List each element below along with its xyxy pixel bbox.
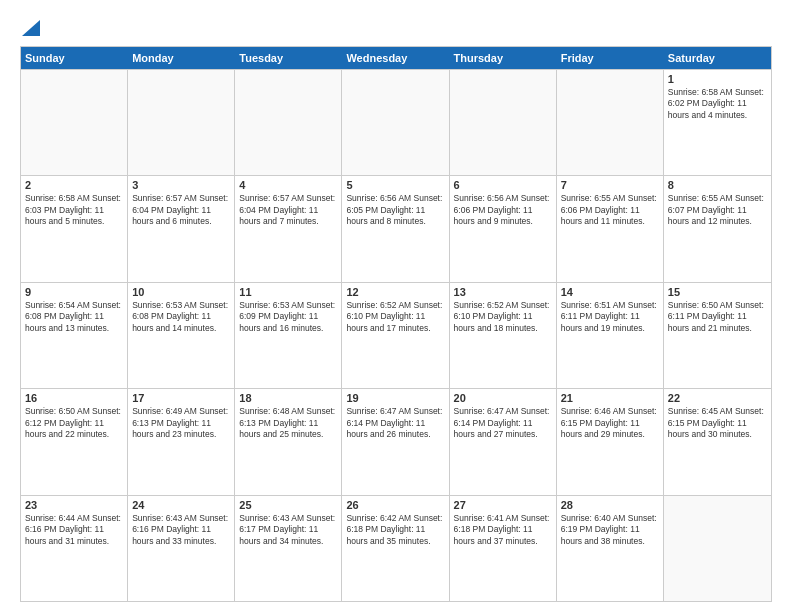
day-cell-22: 22Sunrise: 6:45 AM Sunset: 6:15 PM Dayli… (664, 389, 771, 494)
day-number: 1 (668, 73, 767, 85)
day-number: 3 (132, 179, 230, 191)
empty-cell (557, 70, 664, 175)
day-cell-5: 5Sunrise: 6:56 AM Sunset: 6:05 PM Daylig… (342, 176, 449, 281)
day-number: 24 (132, 499, 230, 511)
day-info: Sunrise: 6:44 AM Sunset: 6:16 PM Dayligh… (25, 513, 123, 547)
day-number: 21 (561, 392, 659, 404)
day-info: Sunrise: 6:46 AM Sunset: 6:15 PM Dayligh… (561, 406, 659, 440)
day-info: Sunrise: 6:42 AM Sunset: 6:18 PM Dayligh… (346, 513, 444, 547)
day-cell-17: 17Sunrise: 6:49 AM Sunset: 6:13 PM Dayli… (128, 389, 235, 494)
day-cell-24: 24Sunrise: 6:43 AM Sunset: 6:16 PM Dayli… (128, 496, 235, 601)
page: SundayMondayTuesdayWednesdayThursdayFrid… (0, 0, 792, 612)
header-day-sunday: Sunday (21, 47, 128, 69)
day-cell-1: 1Sunrise: 6:58 AM Sunset: 6:02 PM Daylig… (664, 70, 771, 175)
day-info: Sunrise: 6:53 AM Sunset: 6:08 PM Dayligh… (132, 300, 230, 334)
day-cell-23: 23Sunrise: 6:44 AM Sunset: 6:16 PM Dayli… (21, 496, 128, 601)
day-info: Sunrise: 6:41 AM Sunset: 6:18 PM Dayligh… (454, 513, 552, 547)
day-number: 6 (454, 179, 552, 191)
day-number: 25 (239, 499, 337, 511)
day-info: Sunrise: 6:49 AM Sunset: 6:13 PM Dayligh… (132, 406, 230, 440)
day-number: 18 (239, 392, 337, 404)
day-info: Sunrise: 6:57 AM Sunset: 6:04 PM Dayligh… (132, 193, 230, 227)
day-info: Sunrise: 6:52 AM Sunset: 6:10 PM Dayligh… (454, 300, 552, 334)
day-number: 28 (561, 499, 659, 511)
day-info: Sunrise: 6:47 AM Sunset: 6:14 PM Dayligh… (454, 406, 552, 440)
day-number: 20 (454, 392, 552, 404)
day-cell-2: 2Sunrise: 6:58 AM Sunset: 6:03 PM Daylig… (21, 176, 128, 281)
day-cell-11: 11Sunrise: 6:53 AM Sunset: 6:09 PM Dayli… (235, 283, 342, 388)
day-number: 8 (668, 179, 767, 191)
day-number: 4 (239, 179, 337, 191)
header-day-monday: Monday (128, 47, 235, 69)
day-info: Sunrise: 6:43 AM Sunset: 6:17 PM Dayligh… (239, 513, 337, 547)
day-info: Sunrise: 6:51 AM Sunset: 6:11 PM Dayligh… (561, 300, 659, 334)
day-cell-18: 18Sunrise: 6:48 AM Sunset: 6:13 PM Dayli… (235, 389, 342, 494)
day-info: Sunrise: 6:52 AM Sunset: 6:10 PM Dayligh… (346, 300, 444, 334)
day-info: Sunrise: 6:58 AM Sunset: 6:02 PM Dayligh… (668, 87, 767, 121)
svg-marker-0 (22, 20, 40, 36)
day-number: 5 (346, 179, 444, 191)
day-cell-19: 19Sunrise: 6:47 AM Sunset: 6:14 PM Dayli… (342, 389, 449, 494)
day-number: 12 (346, 286, 444, 298)
day-cell-13: 13Sunrise: 6:52 AM Sunset: 6:10 PM Dayli… (450, 283, 557, 388)
empty-cell (664, 496, 771, 601)
calendar-row: 1Sunrise: 6:58 AM Sunset: 6:02 PM Daylig… (21, 69, 771, 175)
empty-cell (235, 70, 342, 175)
day-cell-9: 9Sunrise: 6:54 AM Sunset: 6:08 PM Daylig… (21, 283, 128, 388)
day-number: 2 (25, 179, 123, 191)
day-info: Sunrise: 6:58 AM Sunset: 6:03 PM Dayligh… (25, 193, 123, 227)
day-number: 14 (561, 286, 659, 298)
day-cell-21: 21Sunrise: 6:46 AM Sunset: 6:15 PM Dayli… (557, 389, 664, 494)
header-day-saturday: Saturday (664, 47, 771, 69)
empty-cell (450, 70, 557, 175)
day-info: Sunrise: 6:56 AM Sunset: 6:06 PM Dayligh… (454, 193, 552, 227)
day-cell-20: 20Sunrise: 6:47 AM Sunset: 6:14 PM Dayli… (450, 389, 557, 494)
header (20, 18, 772, 36)
calendar-header: SundayMondayTuesdayWednesdayThursdayFrid… (21, 47, 771, 69)
day-number: 9 (25, 286, 123, 298)
calendar: SundayMondayTuesdayWednesdayThursdayFrid… (20, 46, 772, 602)
empty-cell (128, 70, 235, 175)
day-cell-15: 15Sunrise: 6:50 AM Sunset: 6:11 PM Dayli… (664, 283, 771, 388)
day-number: 17 (132, 392, 230, 404)
calendar-body: 1Sunrise: 6:58 AM Sunset: 6:02 PM Daylig… (21, 69, 771, 601)
day-info: Sunrise: 6:50 AM Sunset: 6:12 PM Dayligh… (25, 406, 123, 440)
logo-triangle-icon (22, 20, 40, 36)
day-info: Sunrise: 6:54 AM Sunset: 6:08 PM Dayligh… (25, 300, 123, 334)
day-cell-16: 16Sunrise: 6:50 AM Sunset: 6:12 PM Dayli… (21, 389, 128, 494)
day-number: 15 (668, 286, 767, 298)
header-day-friday: Friday (557, 47, 664, 69)
calendar-row: 23Sunrise: 6:44 AM Sunset: 6:16 PM Dayli… (21, 495, 771, 601)
day-number: 23 (25, 499, 123, 511)
day-cell-14: 14Sunrise: 6:51 AM Sunset: 6:11 PM Dayli… (557, 283, 664, 388)
header-day-wednesday: Wednesday (342, 47, 449, 69)
header-day-thursday: Thursday (450, 47, 557, 69)
day-cell-7: 7Sunrise: 6:55 AM Sunset: 6:06 PM Daylig… (557, 176, 664, 281)
day-info: Sunrise: 6:50 AM Sunset: 6:11 PM Dayligh… (668, 300, 767, 334)
day-number: 10 (132, 286, 230, 298)
day-number: 19 (346, 392, 444, 404)
day-info: Sunrise: 6:53 AM Sunset: 6:09 PM Dayligh… (239, 300, 337, 334)
day-cell-28: 28Sunrise: 6:40 AM Sunset: 6:19 PM Dayli… (557, 496, 664, 601)
day-number: 16 (25, 392, 123, 404)
day-info: Sunrise: 6:56 AM Sunset: 6:05 PM Dayligh… (346, 193, 444, 227)
day-number: 22 (668, 392, 767, 404)
empty-cell (342, 70, 449, 175)
calendar-row: 16Sunrise: 6:50 AM Sunset: 6:12 PM Dayli… (21, 388, 771, 494)
day-cell-6: 6Sunrise: 6:56 AM Sunset: 6:06 PM Daylig… (450, 176, 557, 281)
day-cell-8: 8Sunrise: 6:55 AM Sunset: 6:07 PM Daylig… (664, 176, 771, 281)
day-info: Sunrise: 6:55 AM Sunset: 6:07 PM Dayligh… (668, 193, 767, 227)
day-number: 27 (454, 499, 552, 511)
day-cell-10: 10Sunrise: 6:53 AM Sunset: 6:08 PM Dayli… (128, 283, 235, 388)
logo (20, 18, 40, 36)
day-number: 13 (454, 286, 552, 298)
header-day-tuesday: Tuesday (235, 47, 342, 69)
calendar-row: 9Sunrise: 6:54 AM Sunset: 6:08 PM Daylig… (21, 282, 771, 388)
day-info: Sunrise: 6:43 AM Sunset: 6:16 PM Dayligh… (132, 513, 230, 547)
calendar-row: 2Sunrise: 6:58 AM Sunset: 6:03 PM Daylig… (21, 175, 771, 281)
day-info: Sunrise: 6:55 AM Sunset: 6:06 PM Dayligh… (561, 193, 659, 227)
day-cell-3: 3Sunrise: 6:57 AM Sunset: 6:04 PM Daylig… (128, 176, 235, 281)
day-info: Sunrise: 6:48 AM Sunset: 6:13 PM Dayligh… (239, 406, 337, 440)
day-number: 11 (239, 286, 337, 298)
day-info: Sunrise: 6:40 AM Sunset: 6:19 PM Dayligh… (561, 513, 659, 547)
